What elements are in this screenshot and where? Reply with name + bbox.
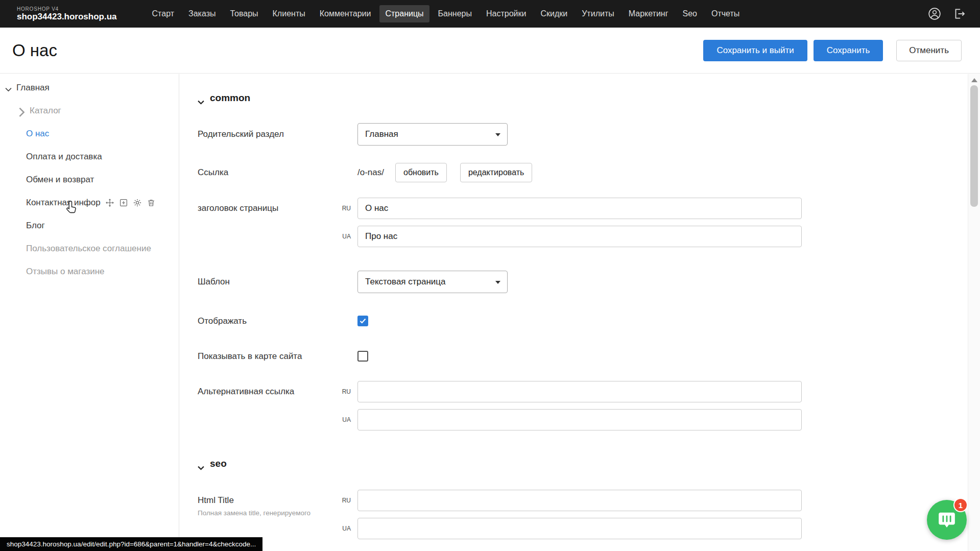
sidebar-item-blog[interactable]: Блог [0,214,179,237]
nav-orders[interactable]: Заказы [183,5,221,22]
sidebar-item-payment-delivery[interactable]: Оплата и доставка [0,145,179,168]
account-icon[interactable] [928,7,941,20]
nav-start[interactable]: Старт [147,5,180,22]
sitemap-checkbox[interactable] [357,351,368,362]
chat-launcher[interactable]: 1 [927,500,967,540]
lang-ru-label: RU [336,205,357,212]
nav-clients[interactable]: Клиенты [267,5,311,22]
html-title-ua-input[interactable] [357,518,802,539]
sidebar-item-label: Контактная инфор [26,198,101,208]
sidebar-item-label: Оплата и доставка [26,152,102,162]
field-hint: Полная замена title, генерируемого [198,509,336,517]
lang-ua-label: UA [336,416,357,423]
field-alt-link: Альтернативная ссылка RU UA [180,381,968,430]
sidebar-item-label: Блог [26,221,45,231]
refresh-link-button[interactable]: обновить [395,163,447,182]
scrollbar-thumb[interactable] [970,85,978,207]
top-navigation: Старт Заказы Товары Клиенты Комментарии … [147,5,746,22]
parent-section-select[interactable]: Главная [357,123,508,146]
add-icon[interactable] [119,198,128,207]
nav-products[interactable]: Товары [225,5,264,22]
sidebar-item-about[interactable]: О нас [0,122,179,145]
sidebar-item-label: Отзывы о магазине [26,267,105,277]
field-label-block: Html Title Полная замена title, генериру… [198,490,336,517]
sidebar-item-label: Каталог [30,106,61,116]
page-title: О нас [12,41,57,60]
brand[interactable]: HOROSHOP V4 shop34423.horoshop.ua [17,6,117,21]
field-template: Шаблон Текстовая страница [180,271,968,293]
selected-value: Главная [365,129,398,139]
section-seo[interactable]: seo [198,458,968,469]
page-header: О нас Сохранить и выйти Сохранить Отмени… [0,28,980,74]
nav-settings[interactable]: Настройки [481,5,532,22]
alt-link-ru-input[interactable] [357,381,802,402]
nav-marketing[interactable]: Маркетинг [623,5,674,22]
scroll-up-arrow[interactable] [971,78,977,82]
check-icon [360,318,366,324]
section-common[interactable]: common [198,92,968,104]
chat-badge: 1 [953,498,968,512]
sidebar-item-store-reviews[interactable]: Отзывы о магазине [0,260,179,283]
brand-domain: shop34423.horoshop.ua [17,12,117,21]
topbar: HOROSHOP V4 shop34423.horoshop.ua Старт … [0,0,980,28]
template-select[interactable]: Текстовая страница [357,271,508,293]
page-title-ru-input[interactable] [357,198,802,219]
field-link: Ссылка /o-nas/ обновить редактировать [180,163,968,182]
field-label: Ссылка [198,167,357,178]
chevron-down-icon [198,96,204,101]
move-icon[interactable] [105,198,114,207]
sidebar-item-label: Главная [16,83,50,93]
nav-utilities[interactable]: Утилиты [576,5,620,22]
field-label: Показывать в карте сайта [198,351,357,362]
nav-reports[interactable]: Отчеты [706,5,745,22]
chevron-down-icon [198,462,204,466]
page-edit-form: common Родительский раздел Главная Ссылк… [180,74,968,551]
nav-pages[interactable]: Страницы [379,5,429,22]
field-label: Альтернативная ссылка [198,381,336,397]
logout-icon[interactable] [952,7,966,20]
gear-icon[interactable] [133,198,142,207]
sidebar-item-exchange-return[interactable]: Обмен и возврат [0,168,179,191]
field-parent-section: Родительский раздел Главная [180,123,968,146]
sidebar-item-label: О нас [26,129,49,139]
field-sitemap: Показывать в карте сайта [180,351,968,362]
chevron-down-icon [5,84,12,91]
field-label: заголовок страницы [198,198,336,213]
sidebar-item-contact-info[interactable]: Контактная инфор [0,191,179,214]
cancel-button[interactable]: Отменить [896,40,962,61]
sidebar-item-catalog[interactable]: Каталог [0,99,179,122]
field-html-title: Html Title Полная замена title, генериру… [180,490,968,539]
field-display: Отображать [180,316,968,326]
chevron-down-icon [495,281,500,284]
chevron-down-icon [495,133,500,136]
chevron-right-icon [18,107,25,114]
lang-ru-label: RU [336,497,357,504]
page-title-ua-input[interactable] [357,226,802,247]
lang-ru-label: RU [336,388,357,395]
header-buttons: Сохранить и выйти Сохранить Отменить [703,40,962,61]
chat-bubble-icon [937,510,957,530]
display-checkbox[interactable] [357,316,368,326]
html-title-ru-input[interactable] [357,490,802,511]
sidebar-item-label: Пользовательское соглашение [26,244,151,254]
tree-item-actions [105,198,156,207]
nav-comments[interactable]: Комментарии [314,5,377,22]
selected-value: Текстовая страница [365,277,446,287]
save-and-exit-button[interactable]: Сохранить и выйти [703,40,807,61]
sidebar-item-home[interactable]: Главная [0,76,179,99]
section-title: seo [210,458,227,469]
nav-discounts[interactable]: Скидки [535,5,573,22]
scrollbar[interactable] [968,74,980,551]
alt-link-ua-input[interactable] [357,409,802,430]
link-path: /o-nas/ [357,167,384,178]
trash-icon[interactable] [147,198,156,207]
field-page-title: заголовок страницы RU UA [180,198,968,247]
field-label: Родительский раздел [198,129,357,139]
save-button[interactable]: Сохранить [814,40,883,61]
nav-seo[interactable]: Seo [677,5,703,22]
sidebar-item-user-agreement[interactable]: Пользовательское соглашение [0,237,179,260]
edit-link-button[interactable]: редактировать [460,163,532,182]
nav-banners[interactable]: Баннеры [433,5,477,22]
field-label: Отображать [198,316,357,326]
brand-version: HOROSHOP V4 [17,6,117,12]
